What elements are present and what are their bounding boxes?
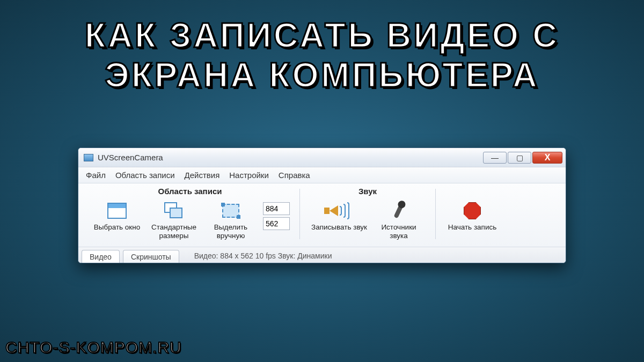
app-window: UVScreenCamera — ▢ X Файл Область записи…: [78, 147, 566, 263]
menu-capture-area[interactable]: Область записи: [115, 171, 175, 180]
width-input[interactable]: [263, 202, 290, 215]
sound-sources-label: Источники звука: [374, 223, 424, 240]
status-text: Видео: 884 x 562 10 fps Звук: Динамики: [194, 252, 332, 263]
group-title-sound: Звук: [310, 187, 426, 196]
separator: [435, 189, 436, 239]
record-icon: [464, 202, 481, 219]
select-window-label: Выбрать окно: [92, 223, 142, 232]
group-title-area: Область записи: [90, 187, 290, 196]
menu-settings[interactable]: Настройки: [229, 171, 269, 180]
dimension-inputs: [263, 202, 290, 230]
standard-sizes-label: Стандартные размеры: [149, 223, 199, 240]
menu-help[interactable]: Справка: [279, 171, 310, 180]
tab-video[interactable]: Видео: [82, 250, 120, 263]
start-record-button[interactable]: Начать запись: [445, 198, 499, 233]
menubar: Файл Область записи Действия Настройки С…: [78, 167, 566, 183]
maximize-button[interactable]: ▢: [508, 152, 531, 164]
toolbar: Область записи Выбрать окно Стандартные …: [78, 183, 566, 247]
sound-sources-button[interactable]: Источники звука: [372, 198, 426, 241]
select-manual-label: Выделить вручную: [206, 223, 256, 240]
group-title-empty: [445, 187, 499, 196]
height-input[interactable]: [263, 217, 290, 230]
group-capture-area: Область записи Выбрать окно Стандартные …: [86, 187, 294, 241]
select-window-button[interactable]: Выбрать окно: [90, 198, 144, 233]
record-sound-button[interactable]: Записывать звук: [310, 198, 369, 233]
menu-file[interactable]: Файл: [86, 171, 106, 180]
separator: [299, 189, 300, 239]
watermark: CHTO-S-KOMPOM.RU: [5, 338, 182, 357]
speaker-icon: [330, 202, 349, 219]
record-sound-label: Записывать звук: [311, 223, 367, 232]
close-button[interactable]: X: [532, 152, 562, 164]
standard-sizes-button[interactable]: Стандартные размеры: [147, 198, 201, 241]
menu-actions[interactable]: Действия: [185, 171, 220, 180]
select-manual-button[interactable]: Выделить вручную: [204, 198, 258, 241]
group-sound: Звук Записывать звук Источники звука: [305, 187, 430, 241]
window-controls: — ▢ X: [483, 152, 562, 164]
titlebar: UVScreenCamera — ▢ X: [78, 148, 566, 167]
microphone-icon: [393, 203, 404, 219]
window-icon: [107, 203, 127, 219]
group-action: Начать запись: [441, 187, 503, 241]
tab-screenshots[interactable]: Скриншоты: [123, 250, 179, 263]
minimize-button[interactable]: —: [483, 152, 507, 164]
page-headline: КАК ЗАПИСАТЬ ВИДЕО С ЭКРАНА КОМПЬЮТЕРА: [0, 0, 644, 95]
start-record-label: Начать запись: [447, 223, 497, 232]
window-title: UVScreenCamera: [98, 153, 483, 162]
stack-icon: [164, 202, 184, 219]
statusbar: Видео Скриншоты Видео: 884 x 562 10 fps …: [78, 247, 566, 263]
app-icon: [84, 154, 93, 161]
crop-icon: [222, 204, 239, 218]
